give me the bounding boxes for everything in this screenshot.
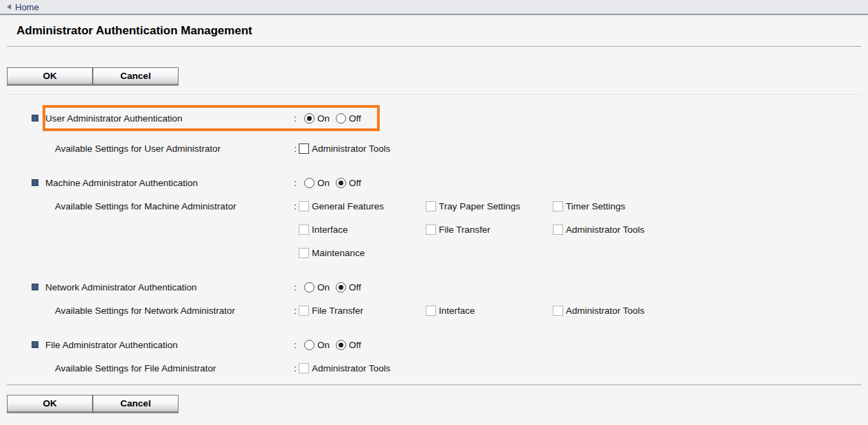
checkbox-icon <box>553 306 563 316</box>
available-settings-label: Available Settings for Network Administr… <box>55 306 294 316</box>
available-settings-row: Available Settings for Machine Administr… <box>0 200 868 212</box>
section-row-machine-admin: Machine Administrator Authentication : O… <box>0 176 868 189</box>
checkbox-label: Interface <box>439 306 475 316</box>
radio-icon <box>336 178 346 188</box>
radio-option-off[interactable]: Off <box>336 178 361 188</box>
radio-label: On <box>317 178 330 188</box>
available-settings-label: Available Settings for User Administrato… <box>55 143 294 154</box>
checkbox-icon <box>299 306 309 316</box>
radio-icon <box>304 282 315 292</box>
checkbox-label: Tray Paper Settings <box>439 201 521 211</box>
user-admin-auth-radio-group: On Off <box>299 113 361 124</box>
checkbox-option-maintenance: Maintenance <box>299 248 426 258</box>
top-button-bar: OK Cancel <box>7 67 179 86</box>
options-group: Maintenance <box>299 248 426 258</box>
radio-option-on[interactable]: On <box>304 178 330 188</box>
colon: : <box>294 306 299 316</box>
section-file-admin: File Administrator Authentication : On O… <box>0 338 868 374</box>
checkbox-icon <box>553 201 563 211</box>
radio-option-off[interactable]: Off <box>336 113 361 124</box>
section-bullet-icon <box>32 115 38 122</box>
radio-icon <box>336 113 346 124</box>
checkbox-option-interface: Interface <box>426 306 553 316</box>
colon: : <box>294 178 299 188</box>
options-group: General Features Tray Paper Settings Tim… <box>299 201 680 211</box>
checkbox-label: Maintenance <box>312 248 365 258</box>
colon: : <box>294 201 299 211</box>
radio-label: Off <box>349 113 361 124</box>
checkbox-icon <box>299 143 309 154</box>
checkbox-icon <box>299 225 309 235</box>
radio-label: Off <box>349 178 361 188</box>
radio-icon <box>304 178 315 188</box>
checkbox-label: Administrator Tools <box>566 306 645 316</box>
section-row-file-admin: File Administrator Authentication : On O… <box>0 338 868 351</box>
section-row-user-admin: User Administrator Authentication : On O… <box>0 105 868 131</box>
checkbox-option-administrator-tools: Administrator Tools <box>299 363 426 374</box>
top-nav-bar: Home <box>0 0 868 15</box>
home-link[interactable]: Home <box>7 2 39 12</box>
radio-option-on[interactable]: On <box>304 282 330 292</box>
checkbox-label: File Transfer <box>312 306 363 316</box>
colon: : <box>294 340 299 350</box>
bottom-button-bar: OK Cancel <box>7 395 179 413</box>
available-settings-row: Maintenance <box>0 246 868 259</box>
colon: : <box>294 113 299 124</box>
checkbox-option-administrator-tools: Administrator Tools <box>553 225 680 235</box>
colon: : <box>294 143 299 154</box>
title-divider <box>7 46 861 47</box>
ok-button[interactable]: OK <box>7 395 93 413</box>
available-settings-row: Available Settings for File Administrato… <box>0 362 868 374</box>
radio-label: On <box>317 282 330 292</box>
section-row-network-admin: Network Administrator Authentication : O… <box>0 281 868 293</box>
checkbox-option-administrator-tools[interactable]: Administrator Tools <box>299 143 426 154</box>
checkbox-icon <box>426 306 436 316</box>
checkbox-option-administrator-tools: Administrator Tools <box>553 306 680 316</box>
section-bullet-icon <box>32 341 38 348</box>
checkbox-label: Administrator Tools <box>312 143 391 154</box>
radio-icon <box>336 340 346 350</box>
checkbox-label: Interface <box>312 225 348 235</box>
checkbox-icon <box>299 248 309 258</box>
checkbox-icon <box>299 363 309 374</box>
checkbox-label: Administrator Tools <box>312 363 391 374</box>
radio-option-off[interactable]: Off <box>336 282 361 292</box>
checkbox-icon <box>426 225 436 235</box>
checkbox-option-general-features: General Features <box>299 201 426 211</box>
radio-option-on[interactable]: On <box>304 340 330 350</box>
options-group: File Transfer Interface Administrator To… <box>299 306 680 316</box>
radio-label: Off <box>349 282 361 292</box>
checkbox-label: General Features <box>312 201 384 211</box>
page-title: Administrator Authentication Management <box>16 24 868 38</box>
section-machine-admin: Machine Administrator Authentication : O… <box>0 176 868 259</box>
checkbox-option-timer-settings: Timer Settings <box>553 201 680 211</box>
button-bar-divider <box>7 94 861 95</box>
options-group: Administrator Tools <box>299 363 426 374</box>
section-label: User Administrator Authentication <box>45 113 294 124</box>
file-admin-auth-radio-group: On Off <box>299 340 361 350</box>
radio-icon <box>304 340 315 350</box>
settings-form: User Administrator Authentication : On O… <box>0 105 868 374</box>
colon: : <box>294 363 299 374</box>
checkbox-label: Administrator Tools <box>566 225 645 235</box>
ok-button[interactable]: OK <box>7 67 93 86</box>
cancel-button[interactable]: Cancel <box>93 395 179 413</box>
cancel-button[interactable]: Cancel <box>93 67 179 86</box>
section-label: File Administrator Authentication <box>45 340 294 350</box>
available-settings-label: Available Settings for Machine Administr… <box>55 201 294 211</box>
checkbox-option-file-transfer: File Transfer <box>299 306 426 316</box>
checkbox-label: File Transfer <box>439 225 490 235</box>
options-group: Administrator Tools <box>299 143 426 154</box>
bottom-divider <box>7 384 861 385</box>
checkbox-option-tray-paper-settings: Tray Paper Settings <box>426 201 553 211</box>
checkbox-icon <box>299 201 309 211</box>
colon: : <box>294 282 299 292</box>
radio-label: On <box>317 113 330 124</box>
machine-admin-auth-radio-group: On Off <box>299 178 361 188</box>
section-bullet-icon <box>32 284 38 290</box>
radio-icon <box>336 282 346 292</box>
home-link-label: Home <box>15 2 39 12</box>
available-settings-row: Available Settings for User Administrato… <box>0 142 868 154</box>
radio-option-on[interactable]: On <box>304 113 330 124</box>
radio-option-off[interactable]: Off <box>336 340 361 350</box>
